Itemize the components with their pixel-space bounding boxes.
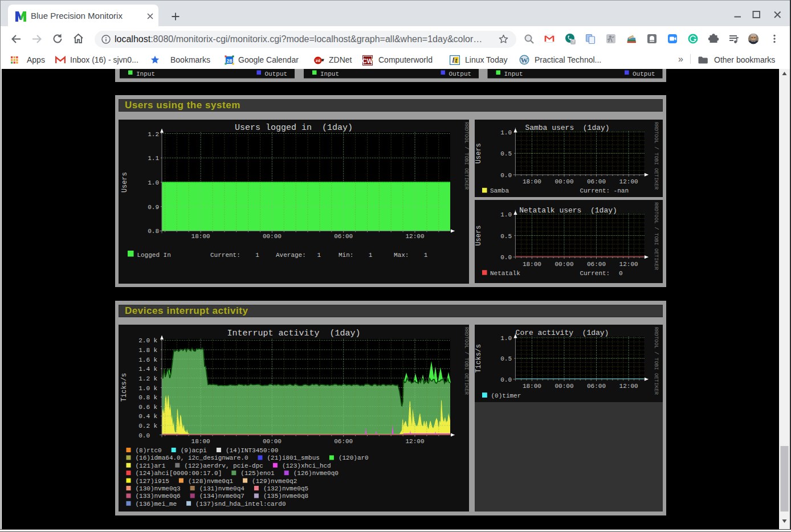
svg-text:Current:: Current:	[580, 269, 610, 276]
svg-text:0.0: 0.0	[500, 171, 512, 178]
svg-text:Average: 1: Average: 1	[276, 251, 321, 258]
svg-text:0.8 k: 0.8 k	[138, 394, 157, 401]
svg-text:1.4 k: 1.4 k	[138, 366, 157, 373]
svg-text:Ticks/s: Ticks/s	[120, 373, 128, 401]
svg-text:(21)i801_smbus: (21)i801_smbus	[267, 455, 320, 461]
svg-text:(132)nvme0q5: (132)nvme0q5	[263, 485, 308, 492]
svg-text:(9)acpi: (9)acpi	[181, 447, 207, 454]
svg-text:(125)eno1: (125)eno1	[240, 470, 275, 477]
svg-text:06:00: 06:00	[587, 383, 606, 390]
svg-text:0.5: 0.5	[500, 355, 512, 362]
svg-text:12:00: 12:00	[619, 178, 638, 185]
svg-text:Ticks/s: Ticks/s	[475, 343, 483, 372]
svg-text:12:00: 12:00	[619, 383, 638, 390]
svg-text:RRDTOOL / TOBI OETIKER: RRDTOOL / TOBI OETIKER	[653, 327, 659, 395]
svg-text:06:00: 06:00	[587, 260, 606, 267]
svg-text:(129)nvme0q2: (129)nvme0q2	[252, 477, 297, 484]
svg-text:Users: Users	[121, 171, 129, 192]
svg-text:0.4 k: 0.4 k	[138, 413, 157, 420]
svg-text:Output: Output	[633, 71, 655, 77]
svg-text:(131)nvme0q4: (131)nvme0q4	[199, 485, 245, 492]
svg-text:1.1: 1.1	[148, 155, 159, 162]
svg-text:Samba users (1day): Samba users (1day)	[525, 124, 609, 132]
svg-text:0.0: 0.0	[500, 376, 512, 383]
svg-text:zd: zd	[316, 58, 321, 63]
svg-text:CW: CW	[362, 58, 373, 64]
svg-text:(8)rtc0: (8)rtc0	[136, 447, 162, 454]
svg-text:(120)ar0: (120)ar0	[339, 455, 369, 461]
svg-text:Current:: Current:	[580, 187, 610, 194]
svg-text:0.5: 0.5	[500, 150, 512, 157]
svg-text:Input: Input	[504, 71, 523, 77]
svg-text:Output: Output	[449, 71, 472, 77]
svg-text:Users: Users	[475, 143, 483, 163]
svg-text:1.0 k: 1.0 k	[138, 384, 157, 391]
svg-text:(137)snd_hda_intel:card0: (137)snd_hda_intel:card0	[195, 500, 286, 507]
svg-text:1.0: 1.0	[500, 211, 512, 218]
svg-text:00:00: 00:00	[263, 233, 282, 240]
svg-text:0.0: 0.0	[138, 432, 150, 439]
svg-text:06:00: 06:00	[334, 437, 353, 444]
svg-text:18:00: 18:00	[523, 178, 541, 185]
svg-text:RRDTOOL / TOBI OETIKER: RRDTOOL / TOBI OETIKER	[463, 122, 469, 190]
svg-text:Input: Input	[320, 71, 339, 77]
svg-text:(122)aerdrv, pcie-dpc: (122)aerdrv, pcie-dpc	[184, 462, 263, 469]
svg-text:18:00: 18:00	[523, 260, 541, 267]
svg-text:(14)INT3450:00: (14)INT3450:00	[226, 447, 278, 454]
svg-text:(126)nvme0q0: (126)nvme0q0	[293, 470, 339, 477]
svg-text:00:00: 00:00	[554, 178, 573, 185]
svg-text:(121)ar1: (121)ar1	[136, 462, 166, 469]
svg-text:06:00: 06:00	[334, 233, 353, 240]
svg-text:(128)nvme0q1: (128)nvme0q1	[188, 477, 234, 484]
svg-text:2.0 k: 2.0 k	[138, 337, 157, 344]
svg-text:RRDTOOL / TOBI OETIKER: RRDTOOL / TOBI OETIKER	[463, 327, 469, 395]
svg-text:RRDTOOL / TOBI OETIKER: RRDTOOL / TOBI OETIKER	[653, 122, 659, 190]
svg-text:Samba: Samba	[490, 187, 509, 194]
svg-text:1.2: 1.2	[148, 130, 159, 137]
svg-text:Min: 1: Min: 1	[339, 251, 373, 258]
svg-text:Input: Input	[136, 71, 155, 77]
svg-text:Netatalk users (1day): Netatalk users (1day)	[519, 206, 617, 215]
svg-text:0: 0	[619, 269, 623, 276]
svg-text:(123)xhci_hcd: (123)xhci_hcd	[282, 462, 331, 469]
svg-text:-nan: -nan	[614, 187, 629, 194]
svg-text:W: W	[521, 56, 528, 64]
svg-text:(16)idma64.0, i2c_designware.0: (16)idma64.0, i2c_designware.0	[136, 455, 248, 461]
svg-text:(127)i915: (127)i915	[136, 477, 169, 484]
svg-text:(124)ahci[0000:00:17.0]: (124)ahci[0000:00:17.0]	[136, 470, 222, 477]
svg-text:18:00: 18:00	[191, 437, 210, 444]
svg-text:Core activity (1day): Core activity (1day)	[516, 328, 609, 337]
svg-text:12:00: 12:00	[619, 260, 638, 267]
svg-text:(133)nvme0q6: (133)nvme0q6	[136, 493, 181, 500]
svg-text:Users logged in (1day): Users logged in (1day)	[235, 123, 353, 133]
svg-text:Output: Output	[265, 71, 288, 77]
svg-text:(136)mei_me: (136)mei_me	[136, 500, 177, 507]
svg-text:18:00: 18:00	[523, 383, 541, 390]
svg-text:0.2 k: 0.2 k	[138, 422, 157, 429]
svg-text:0.0: 0.0	[500, 254, 512, 261]
svg-text:1.2 k: 1.2 k	[138, 375, 157, 382]
svg-text:Current: 1: Current: 1	[210, 251, 259, 258]
svg-text:1.0: 1.0	[500, 334, 512, 341]
svg-text:06:00: 06:00	[587, 178, 606, 185]
svg-text:00:00: 00:00	[263, 437, 282, 444]
svg-text:Max: 1: Max: 1	[394, 251, 428, 258]
svg-text:12:00: 12:00	[405, 233, 424, 240]
svg-text:Users: Users	[475, 225, 483, 245]
svg-text:0.5: 0.5	[500, 232, 512, 239]
svg-text:Interrupt activity (1day): Interrupt activity (1day)	[227, 328, 360, 338]
svg-text:28: 28	[226, 58, 232, 64]
svg-text:1.0: 1.0	[148, 179, 159, 186]
svg-text:(130)nvme0q3: (130)nvme0q3	[136, 485, 181, 492]
svg-text:00:00: 00:00	[554, 383, 573, 390]
svg-text:0.9: 0.9	[148, 203, 159, 210]
svg-text:(0)timer: (0)timer	[491, 392, 521, 399]
svg-text:(134)nvme0q7: (134)nvme0q7	[199, 493, 244, 500]
svg-text:(135)nvme0q8: (135)nvme0q8	[263, 493, 308, 500]
svg-text:?: ?	[572, 39, 574, 44]
svg-text:0.6 k: 0.6 k	[138, 403, 157, 410]
svg-text:00:00: 00:00	[554, 260, 573, 267]
svg-text:Logged In: Logged In	[137, 251, 170, 258]
svg-text:RRDTOOL / TOBI OETIKER: RRDTOOL / TOBI OETIKER	[653, 202, 659, 270]
svg-text:1.6 k: 1.6 k	[138, 356, 157, 363]
